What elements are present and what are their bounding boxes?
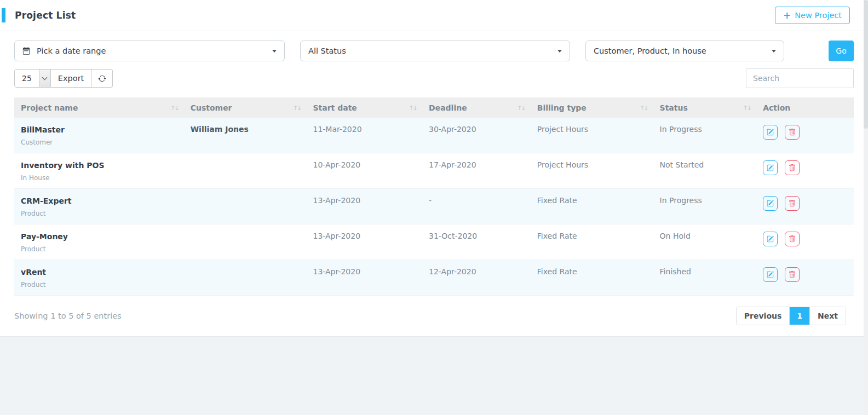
date-range-select[interactable]: Pick a date range xyxy=(14,41,285,61)
customer-cell xyxy=(184,260,307,296)
pagination-previous[interactable]: Previous xyxy=(737,307,790,325)
deadline-cell: - xyxy=(422,189,531,224)
title-accent-bar xyxy=(2,8,5,22)
chevron-down-icon xyxy=(557,50,562,53)
project-type: Customer xyxy=(21,139,177,147)
sort-icon[interactable]: ↑↓ xyxy=(409,104,417,111)
table-header-row: Project name↑↓ Customer↑↓ Start date↑↓ D… xyxy=(14,97,854,118)
table-row: vRent Product 13-Apr-2020 12-Apr-2020 Fi… xyxy=(14,260,854,296)
edit-button[interactable] xyxy=(763,267,778,282)
project-name: vRent xyxy=(21,267,177,278)
table-tools-group: 25 Export xyxy=(14,69,113,88)
page-title: Project List xyxy=(15,10,76,21)
chevron-down-icon xyxy=(42,75,48,80)
start-date-cell: 11-Mar-2020 xyxy=(306,118,422,153)
customer-cell xyxy=(184,224,307,260)
deadline-cell: 31-Oct-2020 xyxy=(422,224,531,260)
sort-icon[interactable]: ↑↓ xyxy=(743,104,751,111)
edit-icon xyxy=(767,164,774,171)
trash-icon xyxy=(789,164,796,171)
page-size-value: 25 xyxy=(15,70,39,87)
new-project-button[interactable]: + New Project xyxy=(775,7,850,24)
edit-button[interactable] xyxy=(763,125,778,140)
col-start-date[interactable]: Start date↑↓ xyxy=(306,97,422,118)
status-value: All Status xyxy=(308,47,346,55)
project-name: BillMaster xyxy=(21,125,177,135)
sort-icon[interactable]: ↑↓ xyxy=(640,104,647,111)
delete-button[interactable] xyxy=(785,125,800,140)
project-type: Product xyxy=(21,210,177,218)
table-row: Pay-Money Product 13-Apr-2020 31-Oct-202… xyxy=(14,224,854,260)
start-date-cell: 13-Apr-2020 xyxy=(306,224,422,260)
refresh-icon xyxy=(98,74,106,83)
page-size-select[interactable]: 25 xyxy=(14,69,51,88)
calendar-icon xyxy=(22,47,30,55)
status-cell: In Progress xyxy=(653,118,757,153)
status-select[interactable]: All Status xyxy=(300,41,570,61)
table-controls: 25 Export xyxy=(0,61,868,97)
project-name: Pay-Money xyxy=(21,232,177,242)
delete-button[interactable] xyxy=(785,160,800,175)
edit-button[interactable] xyxy=(763,160,778,175)
showing-entries-text: Showing 1 to 5 of 5 entries xyxy=(14,312,122,320)
billing-type-cell: Fixed Rate xyxy=(531,260,653,296)
pagination-next[interactable]: Next xyxy=(810,307,846,325)
col-action: Action xyxy=(756,97,854,118)
category-select[interactable]: Customer, Product, In house xyxy=(585,41,784,61)
sort-icon[interactable]: ↑↓ xyxy=(170,104,178,111)
status-cell: On Hold xyxy=(653,224,757,260)
chevron-down-icon xyxy=(272,50,277,53)
pagination-page-1[interactable]: 1 xyxy=(790,307,810,325)
edit-icon xyxy=(767,129,774,136)
start-date-cell: 13-Apr-2020 xyxy=(306,189,422,224)
status-cell: Not Started xyxy=(653,153,757,189)
projects-table-wrap: Project name↑↓ Customer↑↓ Start date↑↓ D… xyxy=(0,97,868,296)
edit-button[interactable] xyxy=(763,232,778,246)
vertical-scrollbar[interactable] xyxy=(864,0,868,415)
start-date-cell: 10-Apr-2020 xyxy=(306,153,422,189)
trash-icon xyxy=(789,129,796,136)
sort-icon[interactable]: ↑↓ xyxy=(293,104,301,111)
delete-button[interactable] xyxy=(785,232,800,246)
sort-icon[interactable]: ↑↓ xyxy=(517,104,525,111)
billing-type-cell: Project Hours xyxy=(531,153,653,189)
edit-icon xyxy=(767,200,774,207)
chevron-down-icon xyxy=(772,50,776,53)
go-button[interactable]: Go xyxy=(829,41,854,61)
page-header: Project List + New Project xyxy=(0,0,868,31)
billing-type-cell: Fixed Rate xyxy=(531,224,653,260)
status-cell: In Progress xyxy=(653,189,757,224)
customer-cell xyxy=(184,153,307,189)
start-date-cell: 13-Apr-2020 xyxy=(306,260,422,296)
category-value: Customer, Product, In house xyxy=(594,47,706,55)
col-billing-type[interactable]: Billing type↑↓ xyxy=(531,97,653,118)
deadline-cell: 17-Apr-2020 xyxy=(422,153,531,189)
scrollbar-thumb[interactable] xyxy=(864,0,868,129)
customer-cell: William Jones xyxy=(184,118,307,153)
col-status[interactable]: Status↑↓ xyxy=(653,97,757,118)
edit-button[interactable] xyxy=(763,196,778,211)
delete-button[interactable] xyxy=(785,267,800,282)
billing-type-cell: Project Hours xyxy=(531,118,653,153)
billing-type-cell: Fixed Rate xyxy=(531,189,653,224)
filter-bar: Pick a date range All Status Customer, P… xyxy=(0,31,868,61)
project-name: CRM-Expert xyxy=(21,196,177,206)
refresh-button[interactable] xyxy=(91,69,113,88)
table-footer: Showing 1 to 5 of 5 entries Previous 1 N… xyxy=(0,296,868,325)
deadline-cell: 30-Apr-2020 xyxy=(422,118,531,153)
edit-icon xyxy=(767,271,774,278)
col-project-name[interactable]: Project name↑↓ xyxy=(14,97,184,118)
plus-icon: + xyxy=(783,11,791,19)
table-row: Inventory with POS In House 10-Apr-2020 … xyxy=(14,153,854,189)
title-wrap: Project List xyxy=(0,8,76,22)
table-row: BillMaster Customer William Jones 11-Mar… xyxy=(14,118,854,153)
search-input[interactable] xyxy=(746,68,854,88)
col-customer[interactable]: Customer↑↓ xyxy=(184,97,307,118)
project-type: In House xyxy=(21,174,177,182)
export-button[interactable]: Export xyxy=(51,69,91,88)
project-name: Inventory with POS xyxy=(21,160,177,171)
trash-icon xyxy=(789,200,796,207)
col-deadline[interactable]: Deadline↑↓ xyxy=(422,97,531,118)
project-type: Product xyxy=(21,281,177,289)
delete-button[interactable] xyxy=(785,196,800,211)
